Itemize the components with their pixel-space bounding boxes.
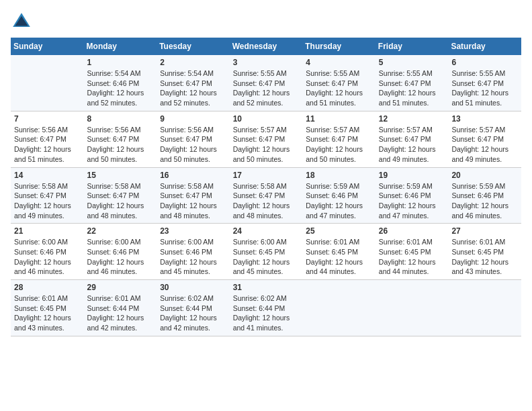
day-info: Sunrise: 5:58 AMSunset: 6:47 PMDaylight:…	[160, 181, 226, 221]
calendar-cell: 11Sunrise: 5:57 AMSunset: 6:47 PMDayligh…	[302, 111, 375, 167]
day-number: 7	[14, 114, 81, 124]
calendar-body: 1Sunrise: 5:54 AMSunset: 6:46 PMDaylight…	[11, 55, 521, 336]
day-info: Sunrise: 5:57 AMSunset: 6:47 PMDaylight:…	[451, 125, 518, 165]
calendar-cell	[302, 280, 375, 336]
day-info: Sunrise: 6:02 AMSunset: 6:44 PMDaylight:…	[160, 293, 226, 333]
calendar-header: SundayMondayTuesdayWednesdayThursdayFrid…	[11, 38, 521, 55]
day-info: Sunrise: 5:55 AMSunset: 6:47 PMDaylight:…	[451, 68, 518, 108]
calendar-cell: 18Sunrise: 5:59 AMSunset: 6:46 PMDayligh…	[302, 167, 375, 224]
day-info: Sunrise: 5:56 AMSunset: 6:47 PMDaylight:…	[14, 125, 81, 165]
day-number: 31	[233, 283, 300, 292]
calendar-cell: 7Sunrise: 5:56 AMSunset: 6:47 PMDaylight…	[11, 111, 84, 167]
calendar-cell: 2Sunrise: 5:54 AMSunset: 6:47 PMDaylight…	[157, 55, 230, 111]
day-number: 19	[379, 171, 445, 180]
calendar-cell: 31Sunrise: 6:02 AMSunset: 6:44 PMDayligh…	[230, 280, 303, 336]
day-number: 20	[451, 171, 518, 180]
day-number: 15	[87, 171, 154, 180]
day-info: Sunrise: 6:01 AMSunset: 6:45 PMDaylight:…	[379, 237, 445, 277]
day-info: Sunrise: 5:59 AMSunset: 6:46 PMDaylight:…	[306, 181, 372, 221]
day-info: Sunrise: 5:55 AMSunset: 6:47 PMDaylight:…	[306, 68, 372, 108]
day-info: Sunrise: 5:57 AMSunset: 6:47 PMDaylight:…	[306, 125, 372, 165]
day-number: 3	[233, 58, 300, 67]
calendar-cell: 24Sunrise: 6:00 AMSunset: 6:45 PMDayligh…	[230, 224, 303, 280]
day-info: Sunrise: 6:00 AMSunset: 6:46 PMDaylight:…	[87, 237, 154, 277]
day-number: 21	[14, 226, 81, 236]
day-number: 23	[160, 226, 226, 236]
header-row: SundayMondayTuesdayWednesdayThursdayFrid…	[11, 38, 521, 55]
calendar-cell: 28Sunrise: 6:01 AMSunset: 6:45 PMDayligh…	[11, 280, 84, 336]
day-info: Sunrise: 5:57 AMSunset: 6:47 PMDaylight:…	[379, 125, 445, 165]
day-number: 6	[451, 58, 518, 67]
calendar-cell: 29Sunrise: 6:01 AMSunset: 6:44 PMDayligh…	[84, 280, 157, 336]
day-info: Sunrise: 5:54 AMSunset: 6:46 PMDaylight:…	[87, 68, 154, 108]
day-info: Sunrise: 6:01 AMSunset: 6:45 PMDaylight:…	[451, 237, 518, 277]
calendar-table: SundayMondayTuesdayWednesdayThursdayFrid…	[11, 38, 521, 336]
day-info: Sunrise: 5:59 AMSunset: 6:46 PMDaylight:…	[451, 181, 518, 221]
calendar-cell: 14Sunrise: 5:58 AMSunset: 6:47 PMDayligh…	[11, 167, 84, 224]
week-row-2: 14Sunrise: 5:58 AMSunset: 6:47 PMDayligh…	[11, 167, 521, 224]
day-info: Sunrise: 6:02 AMSunset: 6:44 PMDaylight:…	[233, 293, 300, 333]
week-row-3: 21Sunrise: 6:00 AMSunset: 6:46 PMDayligh…	[11, 224, 521, 280]
day-number: 28	[14, 283, 81, 292]
logo	[11, 11, 35, 32]
day-info: Sunrise: 5:54 AMSunset: 6:47 PMDaylight:…	[160, 68, 226, 108]
day-number: 10	[233, 114, 300, 124]
calendar-cell: 21Sunrise: 6:00 AMSunset: 6:46 PMDayligh…	[11, 224, 84, 280]
day-info: Sunrise: 6:00 AMSunset: 6:46 PMDaylight:…	[160, 237, 226, 277]
day-number: 16	[160, 171, 226, 180]
day-number: 13	[451, 114, 518, 124]
calendar-cell: 26Sunrise: 6:01 AMSunset: 6:45 PMDayligh…	[375, 224, 449, 280]
calendar-cell	[11, 55, 84, 111]
header-cell-wednesday: Wednesday	[230, 38, 303, 55]
day-info: Sunrise: 5:55 AMSunset: 6:47 PMDaylight:…	[379, 68, 445, 108]
calendar-cell: 27Sunrise: 6:01 AMSunset: 6:45 PMDayligh…	[448, 224, 521, 280]
header-cell-tuesday: Tuesday	[157, 38, 230, 55]
day-number: 22	[87, 226, 154, 236]
day-number: 25	[306, 226, 372, 236]
day-number: 17	[233, 171, 300, 180]
day-info: Sunrise: 5:56 AMSunset: 6:47 PMDaylight:…	[87, 125, 154, 165]
calendar-cell: 12Sunrise: 5:57 AMSunset: 6:47 PMDayligh…	[375, 111, 449, 167]
day-number: 24	[233, 226, 300, 236]
day-number: 11	[306, 114, 372, 124]
day-number: 14	[14, 171, 81, 180]
day-info: Sunrise: 5:57 AMSunset: 6:47 PMDaylight:…	[233, 125, 300, 165]
week-row-4: 28Sunrise: 6:01 AMSunset: 6:45 PMDayligh…	[11, 280, 521, 336]
day-number: 26	[379, 226, 445, 236]
calendar-cell	[375, 280, 449, 336]
day-number: 18	[306, 171, 372, 180]
logo-icon	[11, 11, 32, 32]
header-cell-friday: Friday	[375, 38, 449, 55]
calendar-cell: 9Sunrise: 5:56 AMSunset: 6:47 PMDaylight…	[157, 111, 230, 167]
day-number: 12	[379, 114, 445, 124]
day-info: Sunrise: 6:00 AMSunset: 6:46 PMDaylight:…	[14, 237, 81, 277]
calendar-cell: 25Sunrise: 6:01 AMSunset: 6:45 PMDayligh…	[302, 224, 375, 280]
day-info: Sunrise: 5:58 AMSunset: 6:47 PMDaylight:…	[87, 181, 154, 221]
day-info: Sunrise: 5:55 AMSunset: 6:47 PMDaylight:…	[233, 68, 300, 108]
calendar-cell: 20Sunrise: 5:59 AMSunset: 6:46 PMDayligh…	[448, 167, 521, 224]
week-row-0: 1Sunrise: 5:54 AMSunset: 6:46 PMDaylight…	[11, 55, 521, 111]
day-info: Sunrise: 5:58 AMSunset: 6:47 PMDaylight:…	[14, 181, 81, 221]
day-number: 4	[306, 58, 372, 67]
calendar-cell: 23Sunrise: 6:00 AMSunset: 6:46 PMDayligh…	[157, 224, 230, 280]
day-number: 5	[379, 58, 445, 67]
header-cell-thursday: Thursday	[302, 38, 375, 55]
week-row-1: 7Sunrise: 5:56 AMSunset: 6:47 PMDaylight…	[11, 111, 521, 167]
day-number: 29	[87, 283, 154, 292]
calendar-cell: 1Sunrise: 5:54 AMSunset: 6:46 PMDaylight…	[84, 55, 157, 111]
day-info: Sunrise: 5:59 AMSunset: 6:46 PMDaylight:…	[379, 181, 445, 221]
calendar-cell: 8Sunrise: 5:56 AMSunset: 6:47 PMDaylight…	[84, 111, 157, 167]
day-info: Sunrise: 6:00 AMSunset: 6:45 PMDaylight:…	[233, 237, 300, 277]
day-number: 27	[451, 226, 518, 236]
day-number: 1	[87, 58, 154, 67]
calendar-cell: 3Sunrise: 5:55 AMSunset: 6:47 PMDaylight…	[230, 55, 303, 111]
day-number: 30	[160, 283, 226, 292]
header-cell-saturday: Saturday	[448, 38, 521, 55]
calendar-cell: 15Sunrise: 5:58 AMSunset: 6:47 PMDayligh…	[84, 167, 157, 224]
calendar-cell: 4Sunrise: 5:55 AMSunset: 6:47 PMDaylight…	[302, 55, 375, 111]
day-number: 2	[160, 58, 226, 67]
day-info: Sunrise: 5:56 AMSunset: 6:47 PMDaylight:…	[160, 125, 226, 165]
calendar-cell: 6Sunrise: 5:55 AMSunset: 6:47 PMDaylight…	[448, 55, 521, 111]
calendar-cell: 16Sunrise: 5:58 AMSunset: 6:47 PMDayligh…	[157, 167, 230, 224]
day-info: Sunrise: 6:01 AMSunset: 6:45 PMDaylight:…	[14, 293, 81, 333]
